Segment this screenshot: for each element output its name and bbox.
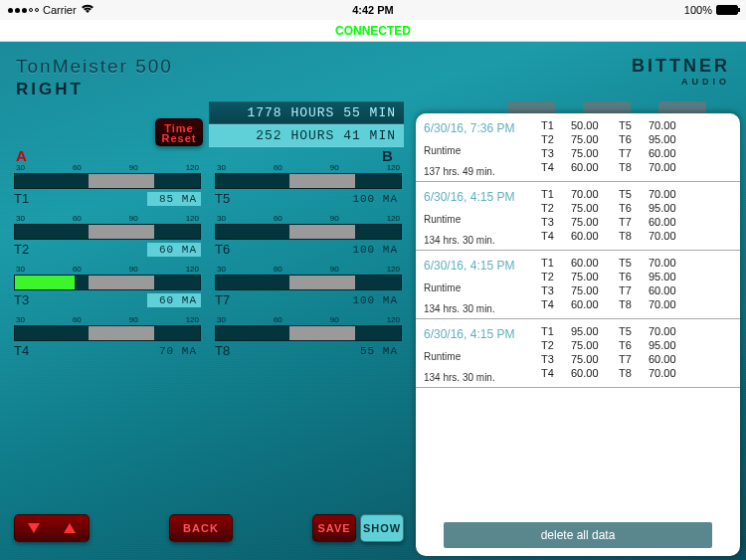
log-entry[interactable]: 6/30/16, 4:15 PMRuntime134 hrs. 30 min.T… <box>416 319 740 388</box>
t-label: T1 <box>541 188 563 200</box>
t-label: T8 <box>619 367 641 379</box>
t-label: T2 <box>541 133 563 145</box>
t-value: 75.00 <box>571 271 611 282</box>
scale-tick: 30 <box>217 265 226 274</box>
t-value: 60.00 <box>571 161 611 173</box>
t-value: 60.00 <box>571 367 611 379</box>
scale-tick: 30 <box>16 163 25 172</box>
t-value: 60.00 <box>571 230 611 242</box>
wifi-icon <box>81 4 94 16</box>
scale-tick: 30 <box>217 315 226 324</box>
t-label: T5 <box>619 188 641 200</box>
scale-tick: 120 <box>387 214 400 223</box>
t-label: T5 <box>619 257 641 269</box>
t-label: T4 <box>541 367 563 379</box>
scale-tick: 120 <box>186 265 199 274</box>
t-value: 70.00 <box>571 188 611 200</box>
log-entry[interactable]: 6/30/16, 4:15 PMRuntime134 hrs. 30 min.T… <box>416 251 740 319</box>
scale-tick: 90 <box>330 214 339 223</box>
scale-tick: 120 <box>186 315 199 324</box>
gauge-value: 100 MA <box>348 192 402 206</box>
t-value: 60.00 <box>649 284 688 296</box>
t-label: T7 <box>619 353 641 365</box>
t-label: T5 <box>619 325 641 337</box>
gauge-value: 70 MA <box>147 344 201 358</box>
t-label: T3 <box>541 353 563 365</box>
scale-tick: 30 <box>16 265 25 274</box>
battery-percent: 100% <box>684 4 712 16</box>
t-value: 60.00 <box>649 216 688 228</box>
brand-name: BITTNER <box>632 56 730 77</box>
gauge-value: 100 MA <box>348 293 402 307</box>
gauge-label: T3 <box>14 292 29 307</box>
carrier-label: Carrier <box>43 4 77 16</box>
arrow-up-icon <box>59 517 81 539</box>
scale-tick: 60 <box>73 163 82 172</box>
t-value: 75.00 <box>571 339 611 351</box>
gauge-t3: 306090120T360 MA <box>14 265 201 307</box>
log-runtime: 134 hrs. 30 min. <box>424 303 541 314</box>
t-value: 75.00 <box>571 147 611 159</box>
log-runtime-label: Runtime <box>424 351 541 362</box>
t-label: T4 <box>541 161 563 173</box>
time-reset-button[interactable]: Time Reset <box>155 118 203 146</box>
log-list[interactable]: 6/30/16, 7:36 PMRuntime137 hrs. 49 min.T… <box>416 113 740 518</box>
back-button[interactable]: BACK <box>169 514 233 542</box>
scale-tick: 90 <box>129 163 138 172</box>
gauge-t7: 306090120T7100 MA <box>215 265 402 307</box>
channel-title: RIGHT <box>16 80 173 99</box>
scale-tick: 30 <box>16 214 25 223</box>
t-value: 75.00 <box>571 284 611 296</box>
scale-tick: 120 <box>387 265 400 274</box>
gauge-value: 55 MA <box>348 344 402 358</box>
scale-tick: 60 <box>274 315 282 324</box>
gauge-t5: 306090120T5100 MA <box>215 163 402 206</box>
t-label: T6 <box>619 133 641 145</box>
scale-tick: 120 <box>186 163 199 172</box>
t-label: T8 <box>619 298 641 310</box>
t-value: 95.00 <box>649 271 688 282</box>
scale-tick: 90 <box>330 315 339 324</box>
log-entry[interactable]: 6/30/16, 4:15 PMRuntime134 hrs. 30 min.T… <box>416 182 740 251</box>
save-button[interactable]: SAVE <box>312 514 356 542</box>
scale-tick: 60 <box>73 265 82 274</box>
t-label: T4 <box>541 298 563 310</box>
scale-tick: 30 <box>16 315 25 324</box>
t-value: 75.00 <box>571 133 611 145</box>
arrow-down-icon <box>23 517 45 539</box>
t-value: 95.00 <box>649 339 688 351</box>
session-hours: 252 HOURS 41 MIN <box>209 124 404 147</box>
t-label: T2 <box>541 202 563 214</box>
gauge-t6: 306090120T6100 MA <box>215 214 402 257</box>
delete-all-button[interactable]: delete all data <box>444 522 712 548</box>
t-label: T7 <box>619 284 641 296</box>
t-value: 70.00 <box>649 298 688 310</box>
scale-tick: 60 <box>274 214 282 223</box>
t-value: 75.00 <box>571 202 611 214</box>
scale-tick: 60 <box>274 265 282 274</box>
log-entry[interactable]: 6/30/16, 7:36 PMRuntime137 hrs. 49 min.T… <box>416 113 740 182</box>
t-label: T6 <box>619 202 641 214</box>
log-runtime-label: Runtime <box>424 282 541 293</box>
log-date: 6/30/16, 4:15 PM <box>424 259 541 273</box>
scale-tick: 90 <box>129 265 138 274</box>
scale-tick: 120 <box>387 315 400 324</box>
t-value: 70.00 <box>649 161 688 173</box>
t-value: 60.00 <box>571 257 611 269</box>
sort-button[interactable] <box>14 514 90 542</box>
t-value: 50.00 <box>571 119 611 131</box>
clock: 4:42 PM <box>352 4 394 16</box>
t-value: 95.00 <box>649 202 688 214</box>
scale-tick: 90 <box>129 214 138 223</box>
scale-tick: 90 <box>330 163 339 172</box>
t-label: T2 <box>541 339 563 351</box>
show-button[interactable]: SHOW <box>360 514 404 542</box>
t-value: 70.00 <box>649 119 688 131</box>
t-value: 75.00 <box>571 353 611 365</box>
gauge-value: 60 MA <box>147 293 201 307</box>
scale-tick: 30 <box>217 163 226 172</box>
status-bar: Carrier 4:42 PM 100% <box>0 0 746 20</box>
t-value: 95.00 <box>649 133 688 145</box>
main-panel: TonMeister 500 RIGHT BITTNER AUDIO 1778 … <box>0 42 746 560</box>
t-label: T3 <box>541 216 563 228</box>
